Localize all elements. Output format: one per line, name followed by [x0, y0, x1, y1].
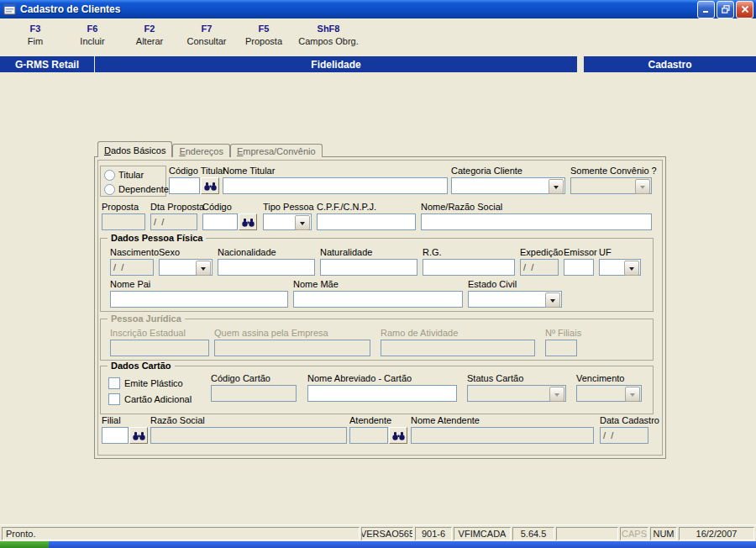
toolbar-label: Campos Obrg.	[292, 35, 365, 47]
inscricao-estadual-input	[110, 340, 209, 356]
naturalidade-input[interactable]	[320, 259, 417, 276]
chevron-down-icon	[295, 215, 310, 230]
estado-civil-label: Estado Civil	[468, 280, 562, 289]
nome-atendente-field: Nome Atendente	[411, 416, 594, 444]
uf-select[interactable]	[599, 259, 641, 276]
codigo-search-button[interactable]	[239, 213, 257, 230]
emite-plastico-checkbox[interactable]: Emite Plástico	[108, 377, 183, 389]
data-cadastro-label: Data Cadastro	[600, 416, 659, 425]
razao-social-field: Razão Social	[150, 416, 347, 444]
nome-mae-input[interactable]	[293, 291, 463, 308]
toolbar-label: Fim	[7, 35, 64, 47]
filial-search-button[interactable]	[129, 427, 148, 444]
quem-assina-label: Quem assina pela Empresa	[214, 329, 370, 338]
somente-convenio-field: Somente Convênio ?	[570, 166, 657, 194]
cpf-cnpj-field: C.P.F./C.N.P.J.	[317, 203, 416, 230]
emissor-field: Emissor	[564, 248, 597, 276]
cartao-adicional-checkbox[interactable]: Cartão Adicional	[108, 393, 192, 405]
quem-assina-field: Quem assina pela Empresa	[214, 329, 370, 356]
nascimento-label: Nascimento	[110, 248, 159, 257]
uf-label: UF	[599, 248, 641, 257]
pessoa-juridica-group-title: Pessoa Jurídica	[108, 314, 185, 324]
toolbar-label: Alterar	[121, 35, 178, 47]
status-spare	[556, 527, 618, 540]
codigo-field: Código	[202, 203, 257, 230]
restore-button[interactable]	[717, 1, 734, 18]
codigo-input[interactable]	[202, 213, 238, 230]
atendente-input	[349, 427, 388, 444]
binoculars-icon	[242, 218, 255, 227]
toolbar-item-campos-obrigatorios[interactable]: ShF8 Campos Obrg.	[292, 23, 365, 47]
nacionalidade-input[interactable]	[218, 259, 315, 276]
status-cartao-field: Status Cartão	[467, 374, 566, 402]
dados-cartao-group-title: Dados Cartão	[108, 361, 175, 371]
nome-pai-input[interactable]	[110, 291, 288, 308]
toolbar-item-proposta[interactable]: F5 Proposta	[235, 23, 292, 47]
statusbar: Pronto. VERSAO565 901-6 VFIMCADA 5.64.5 …	[0, 524, 756, 541]
chevron-down-icon	[196, 261, 211, 276]
nome-abreviado-cartao-input[interactable]	[307, 385, 457, 402]
expedicao-input	[520, 259, 559, 276]
close-button[interactable]	[736, 1, 753, 18]
toolbar-key: F3	[7, 23, 64, 35]
razao-social-label: Razão Social	[150, 416, 347, 425]
uf-field: UF	[599, 248, 641, 276]
emite-plastico-label: Emite Plástico	[124, 378, 183, 388]
radio-dependente[interactable]: Dependente	[104, 183, 162, 195]
nome-pai-label: Nome Pai	[110, 280, 288, 289]
status-version: VERSAO565	[361, 527, 413, 540]
categoria-cliente-field: Categoria Cliente	[451, 166, 565, 194]
codigo-label: Código	[202, 203, 257, 212]
naturalidade-field: Naturalidade	[320, 248, 417, 276]
nome-titular-field: Nome Titular	[223, 166, 448, 194]
tipo-pessoa-select[interactable]	[263, 213, 312, 230]
nome-titular-input[interactable]	[223, 177, 448, 194]
nome-abreviado-cartao-label: Nome Abreviado - Cartão	[307, 374, 457, 383]
toolbar-item-alterar[interactable]: F2 Alterar	[121, 23, 178, 47]
emissor-input[interactable]	[564, 259, 594, 276]
codigo-cartao-label: Código Cartão	[211, 374, 297, 383]
dta-proposta-input	[150, 213, 197, 230]
toolbar-key: F7	[178, 23, 235, 35]
nacionalidade-label: Nacionalidade	[218, 248, 315, 257]
app-window: Cadastro de Clientes F3 Fim F6 Incluir F…	[0, 0, 756, 548]
banner-gap	[577, 56, 584, 72]
radio-circle-icon	[104, 184, 115, 195]
toolbar-item-incluir[interactable]: F6 Incluir	[64, 23, 121, 47]
taskbar-strip[interactable]	[49, 541, 756, 548]
sexo-select[interactable]	[159, 259, 213, 276]
codigo-titular-input[interactable]	[169, 177, 200, 194]
codigo-titular-label: Código Titular	[169, 166, 226, 176]
nome-atendente-label: Nome Atendente	[411, 416, 594, 425]
somente-convenio-select	[570, 177, 652, 194]
banner-product: G-RMS Retail	[0, 56, 94, 72]
filial-input[interactable]	[102, 427, 129, 444]
start-button-sliver[interactable]	[0, 541, 49, 548]
nacionalidade-field: Nacionalidade	[218, 248, 315, 276]
codigo-titular-search-button[interactable]	[201, 177, 219, 194]
tab-enderecos[interactable]: Endereços	[172, 144, 230, 157]
cpf-cnpj-input[interactable]	[317, 213, 416, 230]
radio-titular[interactable]: Titular	[104, 169, 162, 181]
codigo-titular-field: Código Titular	[169, 166, 226, 194]
binoculars-icon	[392, 431, 405, 440]
tipo-pessoa-label: Tipo Pessoa	[263, 203, 314, 212]
nome-razao-social-input[interactable]	[421, 213, 652, 230]
tab-dados-basicos[interactable]: Dados Básicos	[97, 141, 172, 157]
toolbar-item-fim[interactable]: F3 Fim	[7, 23, 64, 47]
window-title: Cadastro de Clientes	[20, 3, 696, 15]
close-icon	[741, 5, 749, 13]
categoria-cliente-select[interactable]	[451, 177, 565, 194]
data-cadastro-field: Data Cadastro	[600, 416, 659, 444]
toolbar-item-consultar[interactable]: F7 Consultar	[178, 23, 235, 47]
minimize-button[interactable]	[697, 1, 715, 18]
atendente-search-button[interactable]	[389, 427, 407, 444]
status-date: 16/2/2007	[679, 527, 754, 540]
toolbar-label: Incluir	[64, 35, 121, 47]
tab-empresa-convenio[interactable]: Empresa/Convênio	[230, 144, 323, 157]
rg-input[interactable]	[423, 259, 515, 276]
estado-civil-select[interactable]	[468, 291, 562, 308]
status-cartao-select	[467, 385, 566, 402]
binoculars-icon	[204, 182, 217, 191]
vencimento-label: Vencimento	[576, 374, 642, 383]
